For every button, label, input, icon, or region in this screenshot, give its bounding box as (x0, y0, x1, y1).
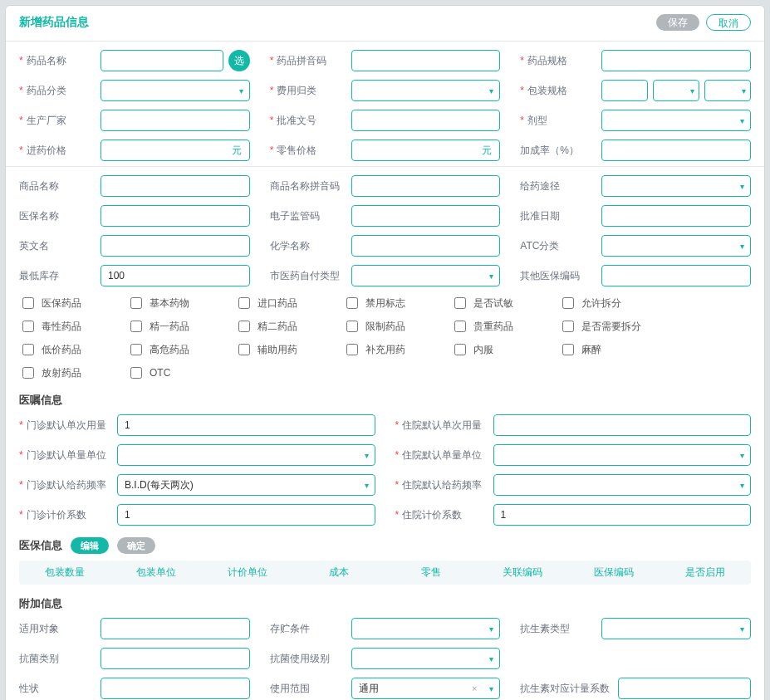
storage-select[interactable] (351, 618, 501, 639)
checkbox-8[interactable]: 精二药品 (235, 318, 343, 335)
dosform-select[interactable] (601, 110, 751, 131)
checkbox-input[interactable] (238, 297, 250, 309)
op-freq-select[interactable] (117, 474, 375, 496)
op-dose-input[interactable] (117, 414, 375, 436)
checkbox-10[interactable]: 贵重药品 (451, 318, 559, 335)
pkg-unit2-select[interactable] (704, 80, 751, 101)
checkbox-15[interactable]: 补充用药 (343, 341, 451, 358)
checkbox-12[interactable]: 低价药品 (19, 341, 127, 358)
checkbox-11[interactable]: 是否需要拆分 (559, 318, 667, 335)
abx-coef-input[interactable] (618, 678, 751, 699)
checkbox-input[interactable] (130, 297, 142, 309)
checkbox-7[interactable]: 精一药品 (127, 318, 235, 335)
checkbox-input[interactable] (346, 344, 358, 355)
category-select[interactable] (101, 80, 250, 101)
mfr-input[interactable] (101, 110, 250, 131)
checkbox-label: 辅助用药 (257, 343, 297, 357)
checkbox-input[interactable] (130, 321, 142, 332)
checkbox-5[interactable]: 允许拆分 (559, 295, 667, 311)
label-appr-date: 批准日期 (520, 209, 595, 223)
checkbox-input[interactable] (562, 344, 574, 355)
checkbox-4[interactable]: 是否试敏 (451, 295, 559, 311)
abx-level-select[interactable] (351, 648, 501, 669)
label-ip-dose: 住院默认单次用量 (395, 419, 487, 433)
checkbox-input[interactable] (562, 321, 574, 332)
label-pkg: 包装规格 (520, 84, 595, 98)
pick-drug-button[interactable]: 选 (228, 50, 250, 71)
checkbox-input[interactable] (454, 321, 466, 332)
table-col-header: 计价单位 (202, 565, 293, 580)
pkg-qty-input[interactable] (601, 80, 648, 101)
checkbox-17[interactable]: 麻醉 (559, 341, 667, 358)
selfpay-select[interactable] (351, 265, 501, 286)
minstock-input[interactable] (101, 265, 250, 286)
table-col-header: 包装单位 (110, 565, 202, 580)
checkbox-input[interactable] (130, 344, 142, 355)
checkbox-input[interactable] (454, 344, 466, 355)
checkbox-0[interactable]: 医保药品 (19, 295, 127, 311)
scope-select[interactable] (351, 678, 501, 699)
checkbox-6[interactable]: 毒性药品 (19, 318, 127, 335)
checkbox-label: 贵重药品 (473, 320, 513, 334)
trade-py-input[interactable] (351, 175, 501, 197)
checkbox-label: 是否需要拆分 (581, 320, 641, 334)
table-col-header: 是否启用 (660, 565, 751, 580)
checkbox-14[interactable]: 辅助用药 (235, 341, 343, 358)
checkbox-16[interactable]: 内服 (451, 341, 559, 358)
markup-input[interactable] (601, 140, 751, 161)
ins-ok-button[interactable]: 确定 (117, 537, 155, 554)
pinyin-input[interactable] (351, 50, 501, 71)
ip-dose-input[interactable] (493, 414, 752, 436)
approval-input[interactable] (351, 110, 501, 131)
en-input[interactable] (101, 235, 250, 257)
abx-type-select[interactable] (601, 618, 751, 639)
checkbox-input[interactable] (346, 321, 358, 332)
drug-name-input[interactable] (101, 50, 223, 71)
ip-freq-select[interactable] (493, 474, 752, 496)
label-en: 英文名 (19, 239, 94, 253)
op-unit-select[interactable] (117, 444, 375, 466)
cancel-button[interactable]: 取消 (706, 14, 751, 31)
checkbox-input[interactable] (22, 321, 34, 332)
checkbox-18[interactable]: 放射药品 (19, 365, 127, 381)
checkbox-9[interactable]: 限制药品 (343, 318, 451, 335)
checkbox-input[interactable] (22, 344, 34, 355)
checkbox-input[interactable] (346, 297, 358, 309)
checkbox-19[interactable]: OTC (127, 365, 235, 381)
checkbox-13[interactable]: 高危药品 (127, 341, 235, 358)
checkbox-1[interactable]: 基本药物 (127, 295, 235, 311)
ins-name-input[interactable] (101, 205, 250, 227)
inprice-input[interactable] (101, 140, 250, 161)
target-input[interactable] (101, 618, 250, 639)
checkbox-input[interactable] (130, 367, 142, 379)
table-col-header: 零售 (385, 565, 477, 580)
retail-input[interactable] (351, 140, 501, 161)
checkbox-input[interactable] (22, 367, 34, 379)
checkbox-input[interactable] (562, 297, 574, 309)
spec-input[interactable] (601, 50, 751, 71)
atc-select[interactable] (601, 235, 751, 257)
trade-input[interactable] (101, 175, 250, 197)
ip-coef-input[interactable] (493, 504, 752, 526)
abx-cat-input[interactable] (101, 648, 250, 669)
checkbox-input[interactable] (22, 297, 34, 309)
ins-table-header: 包装数量包装单位计价单位成本零售关联编码医保编码是否启用 (19, 560, 751, 585)
checkbox-label: 允许拆分 (581, 296, 621, 311)
appr-date-input[interactable] (601, 205, 751, 227)
checkbox-input[interactable] (454, 297, 466, 309)
route-select[interactable] (601, 175, 751, 197)
checkbox-3[interactable]: 禁用标志 (343, 295, 451, 311)
pkg-unit1-select[interactable] (653, 80, 699, 101)
other-ins-input[interactable] (601, 265, 751, 286)
op-coef-input[interactable] (117, 504, 375, 526)
ecode-input[interactable] (351, 205, 501, 227)
ip-unit-select[interactable] (493, 444, 752, 466)
checkbox-input[interactable] (238, 321, 250, 332)
checkbox-input[interactable] (238, 344, 250, 355)
fee-select[interactable] (351, 80, 501, 101)
checkbox-2[interactable]: 进口药品 (235, 295, 343, 311)
chem-input[interactable] (351, 235, 501, 257)
character-input[interactable] (101, 678, 250, 699)
ins-edit-button[interactable]: 编辑 (71, 537, 109, 554)
save-button[interactable]: 保存 (656, 14, 699, 31)
